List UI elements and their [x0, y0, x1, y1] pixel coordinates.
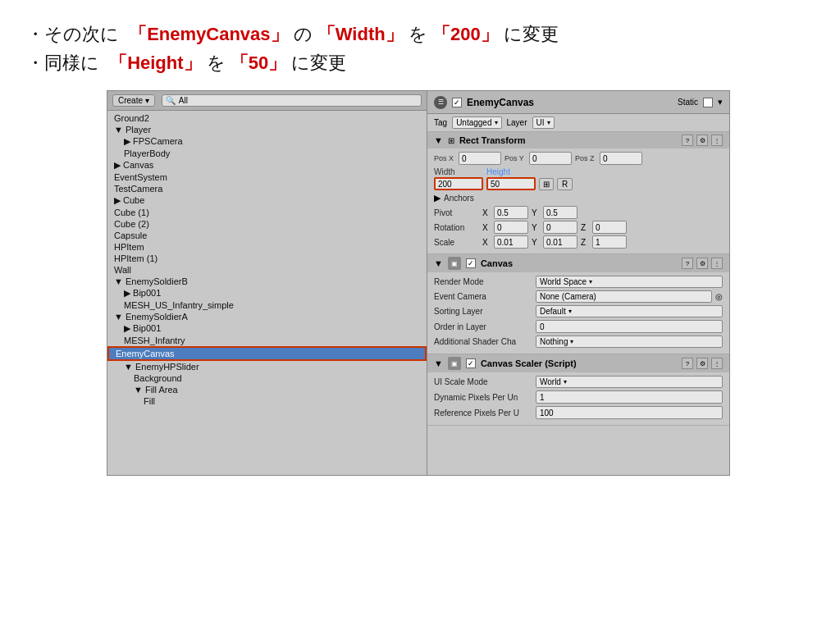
rot-y-input[interactable]	[543, 221, 578, 234]
reference-pixels-input[interactable]	[536, 406, 723, 419]
pos-y-input[interactable]	[529, 152, 572, 165]
anchor-preset-btn[interactable]: ⊞	[539, 178, 554, 190]
list-item[interactable]: Wall	[107, 264, 427, 276]
additional-shader-label: Additional Shader Cha	[434, 337, 532, 346]
event-camera-target-icon[interactable]: ◎	[715, 292, 723, 301]
object-icon: ☰	[434, 96, 447, 109]
list-item[interactable]: MESH_Infantry	[107, 335, 427, 346]
list-item[interactable]: Capsule	[107, 230, 427, 241]
static-checkbox[interactable]	[703, 98, 713, 107]
list-item[interactable]: HPItem	[107, 241, 427, 253]
canvas-help-icon[interactable]: ?	[682, 258, 693, 269]
scaler-help-icon[interactable]: ?	[682, 358, 693, 369]
width-input[interactable]	[434, 177, 483, 190]
additional-shader-arrow: ▾	[570, 338, 573, 345]
layer-label: Layer	[507, 118, 527, 127]
scaler-settings-icon[interactable]: ⚙	[696, 358, 708, 369]
dynamic-pixels-input[interactable]	[536, 390, 723, 404]
static-dropdown-arrow[interactable]: ▾	[718, 97, 723, 107]
active-checkbox[interactable]: ✓	[452, 98, 462, 107]
rect-transform-header[interactable]: ▼ ⊞ Rect Transform ? ⚙ ⋮	[427, 132, 729, 148]
pos-z-input[interactable]	[600, 152, 642, 165]
scale-z-input[interactable]	[592, 235, 627, 249]
layer-dropdown[interactable]: UI ▾	[532, 116, 555, 129]
instr-mid1: の	[294, 24, 317, 44]
event-camera-value: None (Camera)	[540, 292, 596, 301]
height-highlight: 「Height」	[109, 52, 201, 73]
rot-x-input[interactable]	[494, 221, 528, 234]
enemy-canvas-list-item[interactable]: EnemyCanvas	[107, 346, 427, 361]
rect-transform-section: ▼ ⊞ Rect Transform ? ⚙ ⋮ Pos X Pos	[427, 132, 729, 254]
pivot-y-input[interactable]	[543, 206, 578, 219]
r-button[interactable]: R	[557, 178, 573, 190]
hierarchy-list: Ground2 ▼ Player ▶ FPSCamera PlayerBody …	[107, 111, 427, 475]
pivot-label: Pivot	[434, 208, 479, 217]
list-item[interactable]: Ground2	[107, 112, 427, 124]
rect-help-icon[interactable]: ?	[682, 135, 693, 146]
list-item[interactable]: Cube (2)	[107, 218, 427, 230]
list-item[interactable]: MESH_US_Infantry_simple	[107, 299, 427, 311]
additional-shader-row: Additional Shader Cha Nothing ▾	[434, 336, 723, 348]
pos-x-group: Pos X	[434, 152, 501, 165]
rect-transform-icons: ? ⚙ ⋮	[682, 135, 723, 146]
200-highlight: 「200」	[432, 24, 499, 44]
ui-scale-mode-row: UI Scale Mode World ▾	[434, 376, 723, 388]
pivot-y-group: Y	[532, 206, 578, 219]
rect-more-icon[interactable]: ⋮	[711, 135, 723, 146]
sorting-layer-dropdown[interactable]: Default ▾	[536, 305, 723, 317]
anchors-arrow: ▶	[434, 193, 441, 203]
pivot-x-input[interactable]	[494, 206, 528, 219]
list-item[interactable]: ▼ EnemySoldierB	[107, 276, 427, 287]
pivot-row: Pivot X Y	[434, 206, 723, 219]
event-camera-dropdown[interactable]: None (Camera)	[536, 290, 712, 303]
create-button[interactable]: Create ▾	[112, 94, 155, 107]
list-item[interactable]: PlayerBody	[107, 148, 427, 159]
layer-arrow: ▾	[547, 119, 550, 126]
list-item[interactable]: ▼ EnemySoldierA	[107, 311, 427, 322]
pivot-x-axis: X	[482, 208, 492, 217]
canvas-enabled-checkbox[interactable]: ✓	[466, 258, 476, 268]
list-item[interactable]: Background	[107, 372, 427, 384]
search-icon: 🔍	[166, 96, 176, 105]
order-in-layer-input[interactable]	[536, 320, 723, 333]
tag-dropdown[interactable]: Untagged ▾	[452, 116, 501, 129]
scale-x-input[interactable]	[494, 235, 528, 249]
search-label: All	[179, 96, 188, 105]
canvas-more-icon[interactable]: ⋮	[711, 258, 723, 269]
pos-x-input[interactable]	[459, 152, 501, 165]
list-item[interactable]: ▶ Bip001	[107, 287, 427, 299]
additional-shader-dropdown[interactable]: Nothing ▾	[536, 336, 723, 348]
list-item[interactable]: ▶ FPSCamera	[107, 135, 427, 148]
list-item[interactable]: ▼ Fill Area	[107, 384, 427, 395]
height-group: Height	[486, 167, 536, 190]
rot-z-input[interactable]	[592, 221, 627, 234]
list-item[interactable]: Fill	[107, 395, 427, 407]
canvas-scaler-header[interactable]: ▼ ▣ ✓ Canvas Scaler (Script) ? ⚙ ⋮	[427, 354, 729, 372]
anchors-toggle[interactable]: ▶ Anchors	[434, 193, 723, 203]
list-item[interactable]: TestCamera	[107, 183, 427, 194]
canvas-header[interactable]: ▼ ▣ ✓ Canvas ? ⚙ ⋮	[427, 254, 729, 272]
list-item[interactable]: ▼ Player	[107, 124, 427, 135]
ui-scale-dropdown[interactable]: World ▾	[536, 376, 723, 388]
scaler-more-icon[interactable]: ⋮	[711, 358, 723, 369]
scaler-enabled-checkbox[interactable]: ✓	[466, 358, 476, 368]
search-box[interactable]: 🔍 All	[162, 94, 422, 107]
list-item[interactable]: HPItem (1)	[107, 253, 427, 264]
list-item[interactable]: ▼ EnemyHPSlider	[107, 361, 427, 372]
width-group: Width	[434, 167, 483, 190]
additional-shader-value: Nothing	[540, 337, 568, 346]
list-item[interactable]: ▶ Bip001	[107, 322, 427, 335]
height-input[interactable]	[486, 177, 536, 190]
canvas-scaler-title: Canvas Scaler (Script)	[481, 358, 677, 368]
canvas-settings-icon[interactable]: ⚙	[696, 258, 708, 269]
list-item[interactable]: Cube (1)	[107, 207, 427, 218]
rect-settings-icon[interactable]: ⚙	[696, 135, 708, 146]
list-item[interactable]: EventSystem	[107, 171, 427, 183]
render-mode-dropdown[interactable]: World Space ▾	[536, 276, 723, 288]
scale-y-input[interactable]	[543, 235, 578, 249]
list-item[interactable]: ▶ Cube	[107, 194, 427, 207]
list-item[interactable]: ▶ Canvas	[107, 159, 427, 171]
instr2-suffix: に変更	[291, 52, 346, 73]
ui-scale-value: World	[540, 377, 561, 386]
layer-value: UI	[536, 118, 545, 127]
